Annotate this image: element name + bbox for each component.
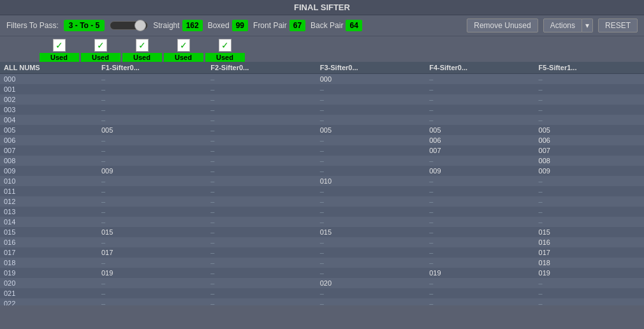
cell-11-3: – (316, 186, 425, 196)
cell-10-5: – (535, 176, 644, 186)
actions-arrow[interactable]: ▾ (582, 18, 593, 33)
cell-14-3: – (316, 217, 425, 227)
cell-18-4: – (425, 258, 534, 268)
cell-12-0: 012 (0, 196, 98, 207)
cell-0-5: – (535, 74, 644, 85)
cell-7-4: 007 (425, 145, 534, 156)
table-row: 019019––019019 (0, 268, 644, 278)
table-row: 015015–015–015 (0, 227, 644, 237)
cell-8-1: – (98, 156, 207, 166)
checkbox-check-2: ✓ (138, 41, 146, 50)
cell-5-2: – (207, 125, 316, 135)
cell-19-1: 019 (98, 268, 207, 278)
cell-15-3: 015 (316, 227, 425, 237)
cell-20-2: – (207, 278, 316, 288)
checkbox-wrapper-3[interactable]: ✓ (177, 39, 190, 52)
cell-11-1: – (98, 186, 207, 196)
checkbox-wrapper-4[interactable]: ✓ (219, 39, 231, 52)
checkbox-wrapper-1[interactable]: ✓ (94, 39, 107, 52)
checkbox-check-4: ✓ (221, 41, 229, 50)
filters-value: 3 - To - 5 (64, 20, 105, 31)
cell-17-1: 017 (98, 247, 207, 258)
cell-17-4: – (425, 247, 534, 258)
cell-9-5: 009 (535, 166, 644, 176)
cell-14-1: – (98, 217, 207, 227)
checkbox-check-1: ✓ (97, 41, 105, 50)
cell-20-5: – (535, 278, 644, 288)
cell-17-3: – (316, 247, 425, 258)
col-header-0: ALL NUMS (0, 62, 98, 74)
checkbox-wrapper-0[interactable]: ✓ (53, 39, 66, 52)
table-row: 005005–005005005 (0, 125, 644, 135)
actions-dropdown[interactable]: Actions ▾ (543, 18, 593, 33)
cell-21-1: – (98, 288, 207, 298)
cell-16-5: 016 (535, 237, 644, 247)
slider-track[interactable] (110, 21, 148, 30)
reset-button[interactable]: RESET (598, 18, 638, 33)
cell-19-4: 019 (425, 268, 534, 278)
cell-10-0: 010 (0, 176, 98, 186)
checkbox-cell-0[interactable]: ✓Used (38, 39, 80, 62)
cell-13-4: – (425, 207, 534, 217)
cell-0-1: – (98, 74, 207, 85)
cell-18-2: – (207, 258, 316, 268)
cell-3-4: – (425, 105, 534, 115)
remove-unused-button[interactable]: Remove Unused (467, 18, 538, 33)
cell-13-5: – (535, 207, 644, 217)
cell-4-3: – (316, 115, 425, 125)
cell-6-4: 006 (425, 135, 534, 145)
cell-3-5: – (535, 105, 644, 115)
data-table: ALL NUMSF1-Sifter0...F2-Sifter0...F3-Sif… (0, 62, 644, 305)
front-pair-value: 67 (289, 20, 305, 31)
cell-12-2: – (207, 196, 316, 207)
table-row: 017017–––017 (0, 247, 644, 258)
cell-8-5: 008 (535, 156, 644, 166)
boxed-group: Boxed 99 (208, 20, 248, 31)
table-row: 011––––– (0, 186, 644, 196)
cell-8-0: 008 (0, 156, 98, 166)
cell-15-5: 015 (535, 227, 644, 237)
col-header-5: F5-Sifter1... (535, 62, 644, 74)
cell-9-0: 009 (0, 166, 98, 176)
table-row: 009009––009009 (0, 166, 644, 176)
slider-container[interactable] (110, 21, 148, 30)
filters-label: Filters To Pass: (6, 21, 59, 30)
back-pair-group: Back Pair 64 (311, 20, 362, 31)
checkbox-wrapper-2[interactable]: ✓ (136, 39, 149, 52)
cell-13-1: – (98, 207, 207, 217)
checkbox-cell-1[interactable]: ✓Used (80, 39, 121, 62)
checkbox-cell-2[interactable]: ✓Used (121, 39, 163, 62)
back-pair-value: 64 (346, 20, 362, 31)
cell-6-2: – (207, 135, 316, 145)
cell-20-1: – (98, 278, 207, 288)
checkbox-cell-4[interactable]: ✓Used (204, 39, 245, 62)
front-pair-label: Front Pair (253, 21, 287, 30)
cell-1-2: – (207, 84, 316, 94)
col-header-4: F4-Sifter0... (425, 62, 534, 74)
checkbox-cell-3[interactable]: ✓Used (163, 39, 204, 62)
used-badge-4: Used (205, 53, 245, 62)
cell-20-3: 020 (316, 278, 425, 288)
cell-17-5: 017 (535, 247, 644, 258)
boxed-value: 99 (232, 20, 248, 31)
col-header-2: F2-Sifter0... (207, 62, 316, 74)
table-row: 013––––– (0, 207, 644, 217)
cell-15-2: – (207, 227, 316, 237)
table-container[interactable]: ALL NUMSF1-Sifter0...F2-Sifter0...F3-Sif… (0, 62, 644, 305)
cell-2-5: – (535, 94, 644, 105)
cell-15-0: 015 (0, 227, 98, 237)
cell-16-0: 016 (0, 237, 98, 247)
cell-11-5: – (535, 186, 644, 196)
cell-21-5: – (535, 288, 644, 298)
table-row: 006–––006006 (0, 135, 644, 145)
cell-3-3: – (316, 105, 425, 115)
cell-17-2: – (207, 247, 316, 258)
back-pair-label: Back Pair (311, 21, 343, 30)
cell-1-1: – (98, 84, 207, 94)
actions-button[interactable]: Actions (543, 18, 582, 33)
cell-12-5: – (535, 196, 644, 207)
cell-4-0: 004 (0, 115, 98, 125)
cell-14-0: 014 (0, 217, 98, 227)
cell-6-3: – (316, 135, 425, 145)
cell-1-4: – (425, 84, 534, 94)
